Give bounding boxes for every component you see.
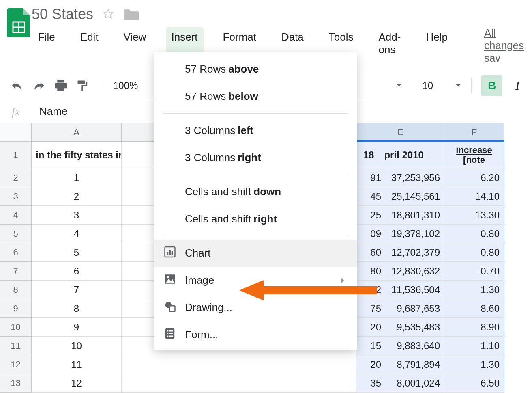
menu-addons[interactable]: Add-ons [373, 27, 407, 65]
menu-text: 57 Rows [185, 63, 226, 76]
cell[interactable]: -0.70 [444, 262, 504, 281]
cell[interactable]: 5 [32, 243, 122, 262]
folder-icon[interactable] [123, 7, 139, 21]
menu-text: Cells and shift [185, 213, 251, 225]
row-header[interactable]: 3 [0, 187, 32, 206]
cell[interactable]: increase [note [444, 142, 504, 168]
svg-rect-6 [172, 251, 173, 255]
insert-drawing[interactable]: Drawing... [154, 294, 357, 321]
menu-file[interactable]: File [32, 27, 61, 65]
insert-image[interactable]: Image [154, 267, 357, 294]
font-size-value[interactable]: 10 [422, 80, 433, 91]
font-size-caret-icon[interactable] [455, 82, 461, 89]
cell[interactable] [122, 355, 357, 374]
font-select-caret-icon[interactable] [396, 82, 402, 89]
redo-button[interactable] [31, 78, 47, 94]
row-header[interactable]: 1 [0, 142, 32, 168]
save-status[interactable]: All changes sav [484, 27, 525, 65]
menu-text-bold: down [253, 186, 281, 198]
cell[interactable]: 10 [32, 337, 122, 355]
cell[interactable]: 4 [32, 225, 122, 243]
cell[interactable]: 14.10 [444, 187, 504, 206]
cell[interactable]: 1 [32, 168, 122, 187]
cell-fragment: 35 [356, 374, 384, 393]
row-header[interactable]: 12 [0, 355, 32, 374]
menu-text: 57 Rows [185, 90, 226, 103]
cell[interactable]: 1.10 [444, 337, 504, 355]
zoom-level[interactable]: 100% [111, 80, 140, 91]
menu-text-bold: left [238, 124, 253, 137]
insert-cells-shift-down[interactable]: Cells and shiftdown [154, 178, 357, 205]
sheets-app-icon[interactable] [7, 6, 32, 40]
cell[interactable]: 8.90 [444, 318, 504, 337]
cell-fragment: 45 [356, 187, 384, 206]
row-header[interactable]: 9 [0, 299, 32, 318]
cell[interactable]: 8 [32, 299, 122, 318]
column-header-e[interactable]: E [357, 123, 444, 142]
insert-columns-left[interactable]: 3 Columnsleft [154, 117, 357, 144]
row-header[interactable]: 7 [0, 262, 32, 281]
row-header[interactable]: 13 [0, 374, 32, 393]
menu-view[interactable]: View [118, 27, 152, 65]
row-header[interactable]: 5 [0, 225, 32, 243]
cell[interactable]: 9 [32, 318, 122, 337]
insert-cells-shift-right[interactable]: Cells and shiftright [154, 205, 357, 233]
insert-chart[interactable]: Chart [154, 240, 357, 267]
cell[interactable]: 2 [32, 187, 122, 206]
document-title[interactable]: 50 States [32, 6, 93, 23]
insert-rows-above[interactable]: 57 Rowsabove [154, 56, 357, 83]
paint-format-button[interactable] [75, 78, 91, 94]
cell[interactable]: in the fifty states in sta [32, 142, 122, 168]
row-header[interactable]: 4 [0, 206, 32, 225]
cell[interactable] [122, 374, 357, 393]
row-header[interactable]: 6 [0, 243, 32, 262]
fx-label: fx [0, 105, 32, 118]
print-button[interactable] [53, 78, 69, 94]
insert-rows-below[interactable]: 57 Rowsbelow [154, 83, 357, 110]
cell[interactable]: 7 [32, 281, 122, 299]
undo-button[interactable] [9, 78, 25, 94]
cell-fragment: 15 [356, 337, 384, 355]
bold-button[interactable]: B [481, 75, 502, 96]
svg-point-9 [167, 276, 169, 278]
menu-edit[interactable]: Edit [75, 27, 104, 65]
row-header[interactable]: 2 [0, 168, 32, 187]
menu-help[interactable]: Help [420, 27, 453, 65]
insert-columns-right[interactable]: 3 Columnsright [154, 144, 357, 171]
cell[interactable]: 11 [32, 355, 122, 374]
cell[interactable]: 1.30 [444, 355, 504, 374]
menu-divider [163, 236, 348, 236]
cell[interactable]: 6.50 [444, 374, 504, 393]
cell[interactable]: 3 [32, 206, 122, 225]
svg-rect-5 [169, 250, 171, 255]
table-row: 13128,001,0246.50 [0, 374, 532, 393]
menu-text-bold: right [238, 151, 261, 164]
cell[interactable]: 0.80 [444, 243, 504, 262]
cell[interactable]: 13.30 [444, 206, 504, 225]
menu-divider [163, 113, 348, 114]
star-icon[interactable] [102, 8, 114, 20]
column-header-a[interactable]: A [32, 123, 122, 142]
column-header-f[interactable]: F [444, 123, 504, 142]
toolbar-separator [412, 78, 412, 94]
menu-text: 3 Columns [185, 124, 235, 137]
cell[interactable]: 6 [32, 262, 122, 281]
cell[interactable]: 0.80 [444, 225, 504, 243]
row-header[interactable]: 8 [0, 281, 32, 299]
italic-button[interactable]: I [508, 79, 519, 93]
menu-text-bold: right [253, 213, 277, 225]
cell[interactable]: 8.60 [444, 299, 504, 318]
select-all-corner[interactable] [0, 123, 32, 142]
chart-icon [164, 246, 176, 261]
cell-fragment: 60 [356, 243, 384, 262]
cell[interactable]: 6.20 [444, 168, 504, 187]
row-header[interactable]: 11 [0, 337, 32, 355]
cell-fragment: 42 [356, 281, 384, 299]
cell-fragment: 20 [356, 355, 384, 374]
insert-form[interactable]: Form... [154, 321, 357, 348]
submenu-caret-icon [341, 274, 345, 287]
cell[interactable]: 12 [32, 374, 122, 393]
row-header[interactable]: 10 [0, 318, 32, 337]
cell-fragment: 09 [356, 225, 384, 243]
cell[interactable]: 1.30 [444, 281, 504, 299]
